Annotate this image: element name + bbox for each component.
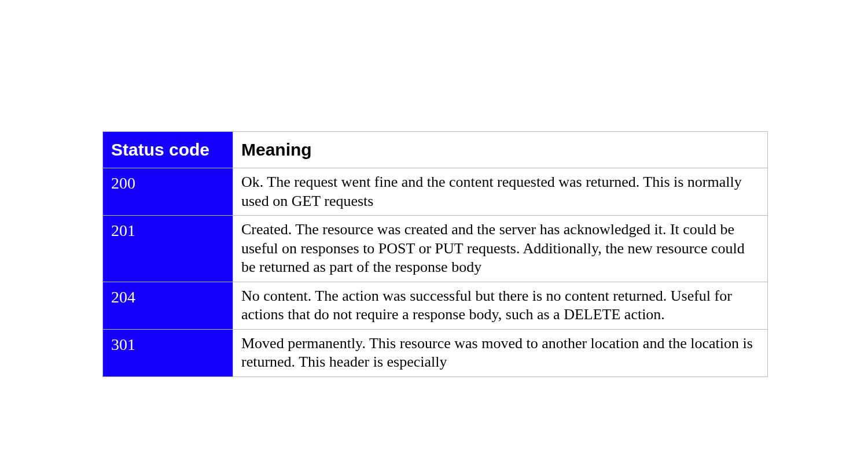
table-row: 201 Created. The resource was created an… — [103, 216, 768, 282]
status-code-cell: 200 — [103, 168, 233, 216]
table-header-row: Status code Meaning — [103, 132, 768, 168]
header-status-code: Status code — [103, 132, 233, 168]
meaning-cell: No content. The action was successful bu… — [233, 282, 768, 329]
meaning-cell: Ok. The request went fine and the conten… — [233, 168, 768, 216]
meaning-cell: Created. The resource was created and th… — [233, 216, 768, 282]
table-row: 301 Moved permanently. This resource was… — [103, 329, 768, 377]
status-code-table-container: Status code Meaning 200 Ok. The request … — [102, 131, 768, 377]
status-code-cell: 301 — [103, 329, 233, 377]
status-code-table: Status code Meaning 200 Ok. The request … — [102, 131, 768, 377]
status-code-cell: 201 — [103, 216, 233, 282]
table-row: 200 Ok. The request went fine and the co… — [103, 168, 768, 216]
header-meaning: Meaning — [233, 132, 768, 168]
meaning-cell: Moved permanently. This resource was mov… — [233, 329, 768, 377]
table-row: 204 No content. The action was successfu… — [103, 282, 768, 329]
status-code-cell: 204 — [103, 282, 233, 329]
